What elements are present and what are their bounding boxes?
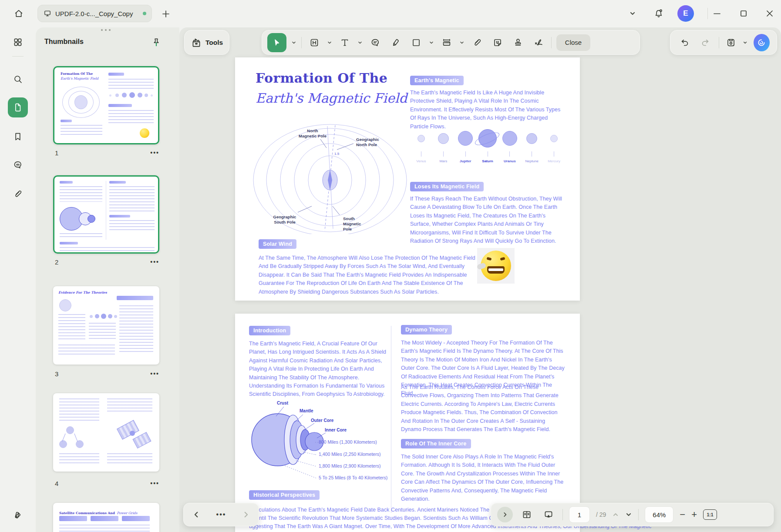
sidebar-item-comments[interactable]	[13, 160, 23, 170]
redo-button[interactable]	[698, 34, 712, 51]
thumbnail-2-label-row: 2 •••	[55, 258, 159, 266]
ai-assistant-button[interactable]	[754, 34, 770, 51]
cursor-icon	[272, 38, 282, 47]
zoom-in-button[interactable]: +	[691, 510, 697, 519]
signature-tool-button[interactable]	[531, 34, 546, 51]
square-shape-icon	[411, 37, 421, 48]
thumbnail-page-5[interactable]: Satellite Communications And Power Grids	[53, 503, 159, 532]
tools-button[interactable]: Tools	[184, 30, 229, 55]
sidebar-item-apps[interactable]	[13, 37, 23, 47]
thumbnail-page-4[interactable]	[53, 393, 159, 472]
page-number-input[interactable]: 1	[569, 506, 590, 523]
sidebar-item-swatches[interactable]	[13, 509, 23, 520]
sidebar-item-bookmarks[interactable]	[13, 131, 23, 142]
minimize-button[interactable]	[710, 6, 724, 21]
select-tool-dropdown[interactable]	[291, 40, 296, 45]
two-page-view-icon	[522, 509, 532, 520]
page1-title-line1: Formation Of The	[256, 70, 387, 86]
chat-bubble-icon	[13, 160, 23, 170]
next-page-button-disabled[interactable]	[242, 511, 250, 519]
svg-text:North Pole: North Pole	[356, 142, 377, 147]
undo-button[interactable]	[677, 34, 692, 51]
thumbnail-3-label-row: 3 •••	[55, 369, 159, 378]
attachment-tool-button[interactable]	[469, 34, 485, 51]
page-total-label: / 29	[596, 511, 606, 518]
thumbnail-page-2[interactable]	[53, 175, 159, 254]
measure-tool-button[interactable]	[439, 34, 454, 51]
thumbnail-page-3[interactable]: Evidence For The Theories	[53, 286, 159, 365]
sidebar-item-attachments[interactable]	[13, 189, 23, 199]
page-layout-button[interactable]	[519, 506, 535, 523]
comment-tool-button[interactable]	[367, 34, 383, 51]
text-tool-dropdown[interactable]	[357, 40, 363, 45]
home-button[interactable]	[10, 4, 28, 23]
user-avatar[interactable]: E	[677, 5, 694, 22]
toolbar-divider	[301, 37, 302, 48]
expand-bar-button[interactable]	[497, 507, 513, 522]
save-dropdown[interactable]	[743, 40, 747, 45]
plus-icon	[161, 9, 171, 19]
statusbar-divider	[562, 509, 563, 520]
toolbar-divider	[551, 37, 552, 48]
titlebar-divider	[707, 8, 708, 19]
sidebar-item-search[interactable]	[13, 74, 23, 84]
previous-page-chevron-disabled[interactable]	[612, 511, 619, 518]
label-north-magnetic-pole: North	[307, 128, 318, 133]
document-tab[interactable]: UPDF-2.0-c..._Copy_Copy	[37, 5, 152, 22]
zoom-out-button[interactable]: −	[680, 510, 685, 519]
zoom-level-input[interactable]: 64%	[645, 506, 673, 523]
panel-drag-handle[interactable]	[101, 29, 111, 31]
thumb4-satellite-panel	[132, 432, 151, 448]
page-number: 4	[55, 480, 58, 487]
heading-tool-button[interactable]	[306, 34, 322, 51]
close-toolbar-button[interactable]: Close	[556, 34, 590, 51]
minimize-icon	[712, 8, 722, 19]
measure-tool-dropdown[interactable]	[459, 40, 465, 45]
maximize-button[interactable]	[736, 6, 751, 21]
document-canvas[interactable]: Formation Of The Earth's Magnetic Field …	[179, 27, 781, 532]
close-window-button[interactable]	[762, 6, 777, 21]
page1-title-line2: Earth's Magnetic Field	[256, 90, 407, 106]
planets-row: Venus Mars Jupiter Saturn Uranus Neptune…	[410, 127, 565, 163]
highlighter-tool-button[interactable]	[388, 34, 404, 51]
page2-dynamo-paragraph-2: As The Earth Rotates, The Coriolis Force…	[401, 383, 566, 434]
label-axis-angle: 1.5	[334, 152, 340, 156]
thumbnail-page-1[interactable]: Formation Of The Earth's Magnetic Field	[53, 66, 159, 144]
thumbnail-menu-button[interactable]: •••	[150, 149, 159, 156]
more-pages-button[interactable]: •••	[216, 511, 226, 519]
monitor-icon	[43, 9, 52, 18]
planet-neptune: Neptune	[521, 127, 543, 163]
page1-paragraph-2: If These Rays Reach The Earth Without Ob…	[410, 195, 565, 245]
thumbnail-menu-button[interactable]: •••	[150, 258, 159, 265]
layer-label-mantle: Mantle	[300, 408, 313, 413]
presentation-mode-button[interactable]	[541, 506, 556, 523]
layer-label-inner-core: Inner Core	[325, 428, 347, 432]
thumbnail-4-label-row: 4 •••	[55, 479, 159, 488]
planet-mercury: Mercury	[543, 127, 565, 163]
new-tab-button[interactable]	[159, 7, 172, 20]
text-tool-button[interactable]	[337, 34, 353, 51]
left-icon-rail	[0, 27, 36, 532]
notifications-button[interactable]	[651, 6, 666, 21]
pdf-page-2: Introduction The Earth's Magnetic Field,…	[235, 314, 580, 532]
label-south-magnetic-pole: South	[343, 216, 355, 221]
pin-panel-button[interactable]	[150, 36, 163, 49]
actual-size-button[interactable]: 1:1	[703, 509, 717, 520]
select-tool-button-active[interactable]	[267, 33, 286, 52]
save-button[interactable]	[725, 34, 737, 51]
previous-page-button[interactable]	[192, 511, 200, 519]
sticker-tool-button[interactable]	[490, 34, 505, 51]
collapse-button[interactable]	[625, 6, 640, 21]
thumbnail-menu-button[interactable]: •••	[150, 370, 159, 377]
toolbar-divider	[719, 37, 719, 48]
stamp-icon	[513, 37, 523, 48]
bell-icon	[653, 8, 664, 19]
pdf-page-1: Formation Of The Earth's Magnetic Field …	[235, 57, 580, 301]
shape-tool-dropdown[interactable]	[429, 40, 434, 45]
stamp-tool-button[interactable]	[510, 34, 526, 51]
thumbnail-menu-button[interactable]: •••	[150, 480, 159, 487]
shape-tool-button[interactable]	[408, 34, 424, 51]
next-page-chevron[interactable]	[625, 511, 632, 518]
sidebar-item-thumbnails[interactable]	[8, 97, 28, 117]
heading-tool-dropdown[interactable]	[327, 40, 332, 45]
